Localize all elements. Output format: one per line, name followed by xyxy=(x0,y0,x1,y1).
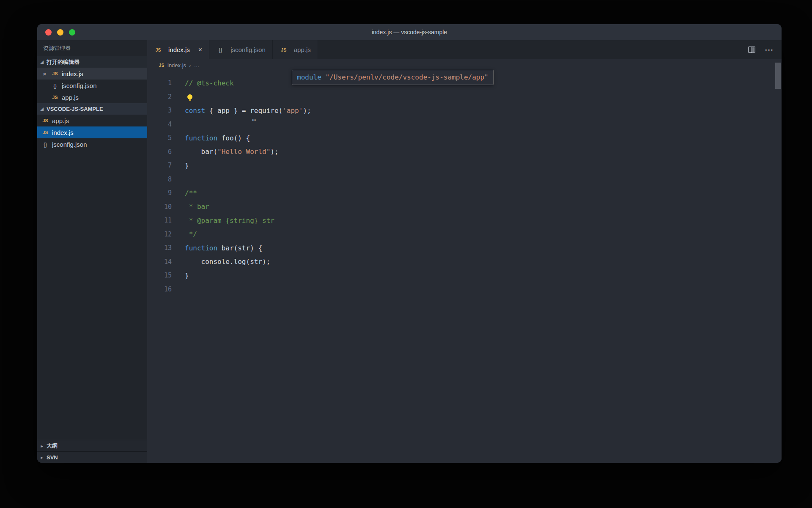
hover-tooltip: module "/Users/penlv/code/vscode-js-samp… xyxy=(292,70,494,85)
breadcrumb-more[interactable]: … xyxy=(194,62,199,69)
twistie-expanded-icon: ◢ xyxy=(39,107,45,111)
tab-label: jsconfig.json xyxy=(230,46,266,53)
code-text: * bar xyxy=(172,203,209,211)
code-line: 8 xyxy=(147,173,782,187)
code-token: } xyxy=(185,272,189,280)
desktop-background: index.js — vscode-js-sample 资源管理器 ◢ 打开的编… xyxy=(0,0,812,508)
js-file-icon: JS xyxy=(280,47,288,52)
code-text: const { app } = require('app'); xyxy=(172,107,311,115)
code-line: 14 console.log(str); xyxy=(147,255,782,269)
js-file-icon: JS xyxy=(41,130,49,135)
code-line: 12 */ xyxy=(147,228,782,242)
section-label-svn: SVN xyxy=(47,454,58,461)
project-file-item[interactable]: JSindex.js xyxy=(37,126,147,138)
code-line: 4 xyxy=(147,118,782,132)
line-number: 16 xyxy=(147,286,172,293)
code-token: 'app' xyxy=(283,107,303,115)
code-line: 2 xyxy=(147,90,782,104)
code-text: bar("Hello World"); xyxy=(172,148,279,156)
window-controls xyxy=(37,29,75,36)
code-token: /** xyxy=(185,189,197,197)
code-token: bar( xyxy=(185,148,217,156)
twistie-expanded-icon: ◢ xyxy=(39,60,45,64)
code-line: 5function foo() { xyxy=(147,131,782,145)
tab-index.js[interactable]: JSindex.js× xyxy=(147,40,209,59)
window-title: index.js — vscode-js-sample xyxy=(37,29,782,36)
code-line: 7} xyxy=(147,159,782,173)
code-text: function foo() { xyxy=(172,134,250,142)
json-file-icon: {} xyxy=(41,141,49,148)
project-file-item[interactable]: {}jsconfig.json xyxy=(37,138,147,150)
code-text: console.log(str); xyxy=(172,258,270,266)
zoom-window-button[interactable] xyxy=(69,29,75,36)
chevron-right-icon: › xyxy=(189,62,191,69)
close-file-icon[interactable]: × xyxy=(41,70,48,77)
tooltip-token: module xyxy=(297,73,325,81)
open-editor-item[interactable]: ×JSindex.js xyxy=(37,68,147,80)
line-number: 4 xyxy=(147,121,172,128)
file-label: index.js xyxy=(62,70,83,77)
code-text: function bar(str) { xyxy=(172,244,262,252)
line-number: 14 xyxy=(147,258,172,266)
code-token: foo() { xyxy=(217,134,250,142)
vertical-scrollbar-thumb[interactable] xyxy=(775,63,781,89)
title-bar: index.js — vscode-js-sample xyxy=(37,24,782,40)
twistie-collapsed-icon: ▸ xyxy=(39,444,45,448)
code-token: ); xyxy=(303,107,311,115)
file-label: index.js xyxy=(52,129,74,136)
line-number: 3 xyxy=(147,107,172,114)
section-header-project[interactable]: ◢ VSCODE-JS-SAMPLE xyxy=(37,103,147,115)
line-number: 7 xyxy=(147,162,172,169)
tooltip-token: "/Users/penlv/code/vscode-js-sample/app" xyxy=(325,73,488,81)
code-token: ); xyxy=(270,148,278,156)
code-editor[interactable]: 1// @ts-check23const { app } = require('… xyxy=(147,71,782,463)
section-label-project: VSCODE-JS-SAMPLE xyxy=(47,106,103,112)
section-header-outline[interactable]: ▸ 大纲 xyxy=(37,440,147,451)
close-tab-icon[interactable]: × xyxy=(198,46,202,54)
line-number: 9 xyxy=(147,189,172,197)
js-file-icon: JS xyxy=(159,63,165,68)
open-editor-item[interactable]: ×JSapp.js xyxy=(37,91,147,103)
line-number: 2 xyxy=(147,93,172,101)
open-editor-item[interactable]: ×{}jsconfig.json xyxy=(37,80,147,91)
more-actions-icon[interactable]: ⋯ xyxy=(765,45,774,55)
code-line: 3const { app } = require('app'); xyxy=(147,104,782,118)
code-token: function xyxy=(185,244,217,252)
code-line: 16 xyxy=(147,283,782,297)
code-line: 13function bar(str) { xyxy=(147,241,782,255)
tab-jsconfig.json[interactable]: {}jsconfig.json xyxy=(209,40,273,59)
open-editors-list: ×JSindex.js×{}jsconfig.json×JSapp.js xyxy=(37,68,147,103)
section-label-outline: 大纲 xyxy=(47,442,58,450)
line-number: 10 xyxy=(147,203,172,211)
code-token: const xyxy=(185,107,205,115)
close-window-button[interactable] xyxy=(45,29,52,36)
suggestion-dots: … xyxy=(252,115,257,122)
editor-actions: ⋯ xyxy=(748,40,782,59)
code-line: 6 bar("Hello World"); xyxy=(147,145,782,159)
lightbulb-icon[interactable] xyxy=(187,94,192,99)
vscode-window: index.js — vscode-js-sample 资源管理器 ◢ 打开的编… xyxy=(37,24,782,463)
js-file-icon: JS xyxy=(41,118,49,123)
line-number: 8 xyxy=(147,176,172,183)
code-token: bar(str) { xyxy=(217,244,262,252)
explorer-sidebar: 资源管理器 ◢ 打开的编辑器 ×JSindex.js×{}jsconfig.js… xyxy=(37,40,147,463)
split-editor-icon[interactable] xyxy=(748,47,755,53)
line-number: 6 xyxy=(147,148,172,156)
line-number: 15 xyxy=(147,272,172,279)
js-file-icon: JS xyxy=(51,71,59,76)
code-lines: 1// @ts-check23const { app } = require('… xyxy=(147,76,782,296)
section-header-svn[interactable]: ▸ SVN xyxy=(37,451,147,463)
code-text: */ xyxy=(172,230,197,238)
editor-group: JSindex.js×{}jsconfig.jsonJSapp.js ⋯ xyxy=(147,40,782,463)
line-number: 12 xyxy=(147,231,172,238)
file-label: jsconfig.json xyxy=(62,82,97,89)
tab-bar: JSindex.js×{}jsconfig.jsonJSapp.js ⋯ xyxy=(147,40,782,59)
code-line: 11 * @param {string} str xyxy=(147,214,782,228)
tab-app.js[interactable]: JSapp.js xyxy=(273,40,318,59)
project-file-item[interactable]: JSapp.js xyxy=(37,115,147,126)
section-header-open-editors[interactable]: ◢ 打开的编辑器 xyxy=(37,56,147,68)
minimize-window-button[interactable] xyxy=(57,29,63,36)
code-token: "Hello World" xyxy=(217,148,270,156)
code-token: } xyxy=(185,162,189,170)
breadcrumb-file[interactable]: index.js xyxy=(167,62,186,69)
